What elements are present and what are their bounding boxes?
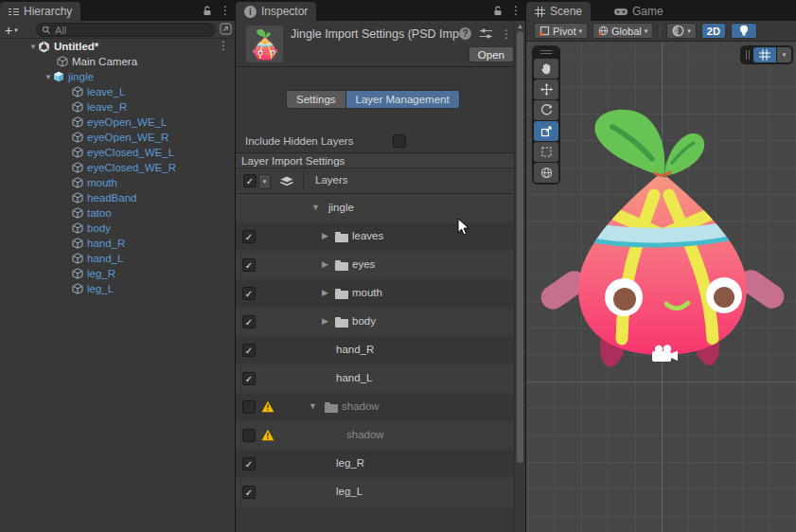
- shading-mode-dropdown[interactable]: ▾: [666, 23, 697, 39]
- lock-icon[interactable]: [203, 6, 212, 16]
- tab-layer-management[interactable]: Layer Management: [346, 90, 460, 109]
- global-dropdown[interactable]: Global▾: [593, 23, 653, 39]
- layer-checkbox[interactable]: ✓: [242, 457, 256, 470]
- hierarchy-item-eyeopen_we_l[interactable]: eyeOpen_WE_L: [0, 115, 235, 130]
- hierarchy-item-main-camera[interactable]: Main Camera: [0, 54, 235, 69]
- rotate-tool[interactable]: [534, 100, 558, 120]
- warning-icon: [261, 400, 274, 415]
- transform-tool[interactable]: [534, 163, 558, 183]
- layer-row-eyes[interactable]: ✓ ▶ eyes: [236, 251, 514, 279]
- search-placeholder: All: [55, 25, 66, 36]
- inspector-scrollbar[interactable]: ▲: [514, 21, 524, 532]
- hierarchy-item-body[interactable]: body: [0, 221, 235, 236]
- tab-inspector[interactable]: i Inspector: [236, 2, 316, 21]
- scene-tabstrip: Scene Game: [526, 0, 796, 21]
- hierarchy-item-leave_r[interactable]: leave_R: [0, 99, 235, 115]
- include-hidden-layers-checkbox[interactable]: [393, 134, 406, 148]
- tab-game[interactable]: Game: [606, 2, 672, 21]
- foldout-icon[interactable]: ▶: [322, 259, 328, 269]
- grid-axis-dropdown[interactable]: ▾: [777, 47, 791, 62]
- scene-viewport[interactable]: ▾: [526, 42, 796, 532]
- folder-icon: [335, 319, 348, 328]
- hierarchy-item-mouth[interactable]: mouth: [0, 175, 235, 190]
- tab-hierarchy[interactable]: Hierarchy: [0, 2, 80, 21]
- layer-row-leg-l[interactable]: ✓ leg_L: [236, 478, 514, 506]
- hierarchy-item-leave_l[interactable]: leave_L: [0, 84, 235, 99]
- create-object-button[interactable]: + ▾: [5, 23, 18, 38]
- include-hidden-layers-label: Include Hidden Layers: [245, 135, 353, 147]
- view-hand-tool[interactable]: [534, 59, 558, 79]
- leg-r: [689, 312, 722, 367]
- layer-checkbox[interactable]: ✓: [242, 486, 256, 499]
- layer-checkbox[interactable]: ✓: [242, 258, 256, 272]
- scale-tool[interactable]: [534, 121, 558, 141]
- layer-checkbox[interactable]: ✓: [242, 372, 256, 385]
- hierarchy-item-hand_l[interactable]: hand_L: [0, 251, 235, 266]
- layer-checkbox[interactable]: ✓: [242, 344, 256, 357]
- hierarchy-item-leg_l[interactable]: leg_L: [0, 281, 235, 296]
- hierarchy-item-hand_r[interactable]: hand_R: [0, 236, 235, 251]
- layer-row-hand-l[interactable]: ✓ hand_L: [236, 364, 514, 393]
- pivot-dropdown[interactable]: Pivot▾: [534, 23, 588, 39]
- layer-row-body[interactable]: ✓ ▶ body: [236, 308, 514, 336]
- hierarchy-item-eyeclosed_we_l[interactable]: eyeClosed_WE_L: [0, 145, 235, 160]
- include-hidden-layers-row: Include Hidden Layers: [245, 133, 510, 148]
- select-all-checkbox[interactable]: ✓: [243, 174, 256, 187]
- layer-row-shadow[interactable]: shadow: [236, 421, 514, 450]
- open-button[interactable]: Open: [469, 46, 514, 62]
- layer-row-leg-r[interactable]: ✓ leg_R: [236, 450, 514, 478]
- layer-checkbox[interactable]: ✓: [242, 287, 256, 300]
- tab-settings[interactable]: Settings: [286, 90, 346, 109]
- layer-row-hand-r[interactable]: ✓ hand_R: [236, 336, 514, 364]
- layer-checkbox[interactable]: [242, 429, 256, 442]
- hierarchy-item-jingle[interactable]: ▼ jingle: [0, 69, 235, 84]
- layer-row-jingle[interactable]: ▼ jingle: [236, 194, 514, 222]
- foldout-icon[interactable]: ▼: [28, 43, 38, 51]
- foldout-icon[interactable]: ▼: [44, 73, 53, 81]
- presets-icon[interactable]: [480, 28, 492, 39]
- foldout-icon[interactable]: ▶: [322, 231, 328, 240]
- inspector-menu-icon[interactable]: ⋮: [510, 5, 522, 16]
- select-dropdown[interactable]: ▾: [258, 174, 271, 189]
- layer-row-mouth[interactable]: ✓ ▶ mouth: [236, 279, 514, 308]
- hierarchy-item-eyeopen_we_r[interactable]: eyeOpen_WE_R: [0, 130, 235, 145]
- lighting-toggle-button[interactable]: [731, 23, 757, 39]
- foldout-icon[interactable]: ▶: [322, 288, 328, 297]
- hand-l: [537, 266, 591, 313]
- foldout-icon[interactable]: ▼: [311, 203, 320, 212]
- grid-toggle-button[interactable]: [753, 47, 776, 62]
- search-input[interactable]: All: [36, 23, 216, 37]
- scroll-up-icon[interactable]: ▲: [517, 23, 523, 29]
- layer-checkbox[interactable]: ✓: [242, 230, 256, 243]
- hierarchy-item-scene[interactable]: ▼ Untitled* ⋮: [0, 39, 235, 54]
- hierarchy-item-tatoo[interactable]: tatoo: [0, 205, 235, 221]
- importer-tabs: Settings Layer Management: [286, 90, 460, 109]
- hierarchy-menu-icon[interactable]: ⋮: [220, 5, 231, 16]
- pivot-icon: [540, 26, 550, 36]
- eyes: [605, 277, 742, 316]
- layer-row-leaves[interactable]: ✓ ▶ leaves: [236, 222, 514, 251]
- overlay-drag-handle[interactable]: [534, 48, 558, 56]
- hierarchy-item-leg_r[interactable]: leg_R: [0, 266, 235, 281]
- rect-tool[interactable]: [534, 142, 558, 162]
- 2d-toggle-button[interactable]: 2D: [701, 23, 726, 39]
- layer-checkbox[interactable]: [242, 400, 256, 414]
- layer-row-shadow-group[interactable]: ▼ shadow: [236, 393, 514, 421]
- lock-icon[interactable]: [493, 6, 503, 16]
- hierarchy-item-eyeclosed_we_r[interactable]: eyeClosed_WE_R: [0, 160, 235, 175]
- foldout-icon[interactable]: ▶: [322, 316, 328, 326]
- scrollbar-thumb[interactable]: [517, 31, 523, 463]
- tab-scene[interactable]: Scene: [526, 2, 591, 21]
- move-tool[interactable]: [534, 80, 558, 99]
- gameobject-icon: [72, 222, 83, 234]
- popout-search-icon[interactable]: [220, 23, 232, 37]
- help-icon[interactable]: ?: [459, 27, 471, 40]
- scene-menu-icon[interactable]: ⋮: [218, 40, 229, 51]
- camera-gizmo-icon[interactable]: [652, 345, 678, 362]
- overlay-drag-handle[interactable]: [744, 50, 751, 60]
- asset-menu-icon[interactable]: ⋮: [501, 28, 512, 40]
- gameobject-icon: [72, 207, 83, 219]
- hierarchy-item-headband[interactable]: headBand: [0, 190, 235, 205]
- foldout-icon[interactable]: ▼: [309, 401, 317, 411]
- layer-checkbox[interactable]: ✓: [242, 315, 256, 328]
